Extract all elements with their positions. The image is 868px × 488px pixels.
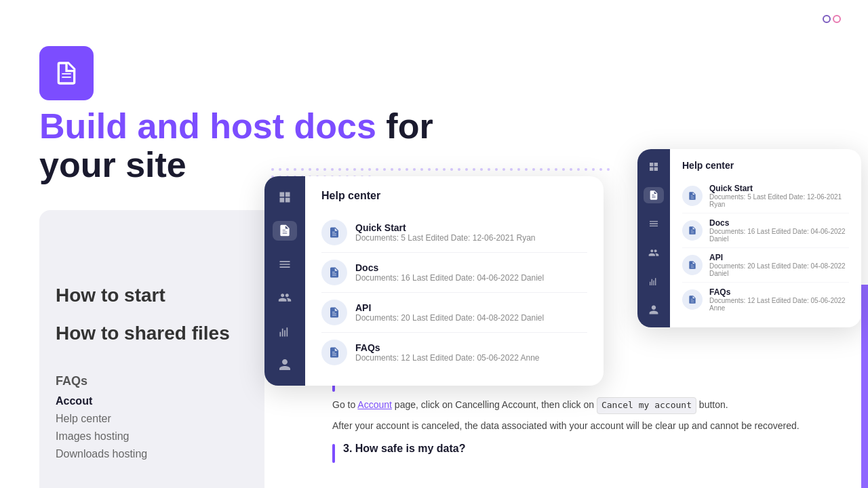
doc-item-icon-2 [321,300,347,325]
back-doc-meta-1: Documents: 16 Last Edited Date: 04-06-20… [709,228,849,243]
back-doc-item-1[interactable]: Docs Documents: 16 Last Edited Date: 04-… [682,214,849,248]
back-doc-name-0: Quick Start [709,184,849,193]
doc-item-info-0: Quick Start Documents: 5 Last Edited Dat… [355,222,587,243]
main-card-items: Quick Start Documents: 5 Last Edited Dat… [321,213,587,372]
back-card-items: Quick Start Documents: 5 Last Edited Dat… [682,179,849,317]
question3-header: 3. How safe is my data? [332,443,834,463]
sidebar-icon-person[interactable] [273,355,297,375]
logo-circle-left [823,15,831,23]
document-icon [53,60,80,87]
doc-icon-box [39,46,94,100]
back-card: Help center Quick Start Documents: 5 Las… [637,149,861,327]
faq-link-downloads[interactable]: Downloads hosting [56,448,281,460]
hero-purple-text: Build and host docs [39,106,376,146]
sidebar-icon-users[interactable] [273,288,297,308]
doc-item-name-3: FAQs [355,342,587,353]
hero-dark-text: for [376,106,433,146]
back-doc-name-2: API [709,253,849,262]
doc-item-icon-3 [321,340,347,365]
doc-item-meta-0: Documents: 5 Last Edited Date: 12-06-202… [355,233,587,243]
doc-item-3[interactable]: FAQs Documents: 12 Last Edited Date: 05-… [321,333,587,372]
back-doc-item-2[interactable]: API Documents: 20 Last Edited Date: 04-0… [682,248,849,283]
sidebar-icon-list[interactable] [273,254,297,274]
back-icon-list[interactable] [644,216,664,232]
doc-item-2[interactable]: API Documents: 20 Last Edited Date: 04-0… [321,293,587,333]
back-icon-grid[interactable] [644,159,664,175]
logo [823,15,841,23]
back-doc-icon-2 [682,255,703,275]
back-doc-info-2: API Documents: 20 Last Edited Date: 04-0… [709,253,849,277]
sidebar-icon-chart[interactable] [273,321,297,342]
main-card-sidebar [264,176,305,386]
back-doc-icon-0 [682,186,703,206]
back-doc-name-1: Docs [709,218,849,228]
back-help-title: Help center [682,160,849,171]
faq-link-help[interactable]: Help center [56,413,281,425]
question2-body: Go to Account page, click on Cancelling … [332,397,834,414]
faqs-title: FAQs [56,374,281,388]
back-doc-icon-3 [682,289,703,310]
doc-item-1[interactable]: Docs Documents: 16 Last Edited Date: 04-… [321,253,587,293]
back-icon-users[interactable] [644,245,664,261]
left-sidebar: How to start How to shared files FAQs Ac… [39,210,297,488]
doc-item-meta-1: Documents: 16 Last Edited Date: 04-06-20… [355,273,587,283]
sidebar-nav: How to start How to shared files [39,210,297,374]
doc-item-0[interactable]: Quick Start Documents: 5 Last Edited Dat… [321,213,587,253]
doc-item-name-0: Quick Start [355,222,587,233]
back-doc-item-3[interactable]: FAQs Documents: 12 Last Edited Date: 05-… [682,283,849,317]
logo-circle-right [833,15,841,23]
main-card: Help center Quick Start Documents: 5 Las… [264,176,604,386]
help-center-title: Help center [321,190,587,202]
back-doc-info-0: Quick Start Documents: 5 Last Edited Dat… [709,184,849,208]
back-icon-person[interactable] [644,302,664,318]
question2-body-sub: After your account is canceled, the data… [332,418,834,433]
account-link[interactable]: Account [357,399,392,410]
nav-item-how-to-shared[interactable]: How to shared files [56,323,281,344]
doc-item-info-3: FAQs Documents: 12 Last Edited Date: 05-… [355,342,587,363]
back-doc-item-0[interactable]: Quick Start Documents: 5 Last Edited Dat… [682,179,849,214]
doc-item-info-2: API Documents: 20 Last Edited Date: 04-0… [355,302,587,323]
back-icon-doc[interactable] [644,187,664,203]
main-card-content: Help center Quick Start Documents: 5 Las… [305,176,604,386]
doc-item-icon-1 [321,260,347,285]
back-doc-name-3: FAQs [709,287,849,297]
content-area: 2. How do I cancel my account? Go to Acc… [312,371,854,488]
cancel-code: Cancel my account [597,397,696,414]
faq-link-accout[interactable]: Accout [56,395,281,407]
question3-title: 3. How safe is my data? [343,443,466,455]
back-doc-meta-2: Documents: 20 Last Edited Date: 04-08-20… [709,262,849,277]
question3-bar [332,444,335,463]
doc-item-icon-0 [321,220,347,245]
doc-item-meta-2: Documents: 20 Last Edited Date: 04-08-20… [355,313,587,323]
nav-item-how-to-start[interactable]: How to start [56,285,281,306]
back-icon-chart[interactable] [644,273,664,289]
back-doc-info-1: Docs Documents: 16 Last Edited Date: 04-… [709,218,849,243]
doc-icon-wrapper [39,46,94,100]
faqs-section: FAQs Accout Help center Images hosting D… [39,374,297,460]
doc-item-name-2: API [355,302,587,313]
sidebar-icon-doc[interactable] [273,221,297,241]
back-doc-info-3: FAQs Documents: 12 Last Edited Date: 05-… [709,287,849,312]
back-doc-meta-0: Documents: 5 Last Edited Date: 12-06-202… [709,193,849,208]
doc-item-name-1: Docs [355,262,587,273]
back-doc-meta-3: Documents: 12 Last Edited Date: 05-06-20… [709,297,849,312]
faq-link-images[interactable]: Images hosting [56,430,281,443]
back-card-content: Help center Quick Start Documents: 5 Las… [670,149,861,327]
back-card-sidebar [637,149,670,327]
doc-item-meta-3: Documents: 12 Last Edited Date: 05-06-20… [355,353,587,363]
doc-item-info-1: Docs Documents: 16 Last Edited Date: 04-… [355,262,587,283]
question3-block: 3. How safe is my data? [332,443,834,463]
back-doc-icon-1 [682,220,703,241]
sidebar-icon-grid[interactable] [273,187,297,207]
